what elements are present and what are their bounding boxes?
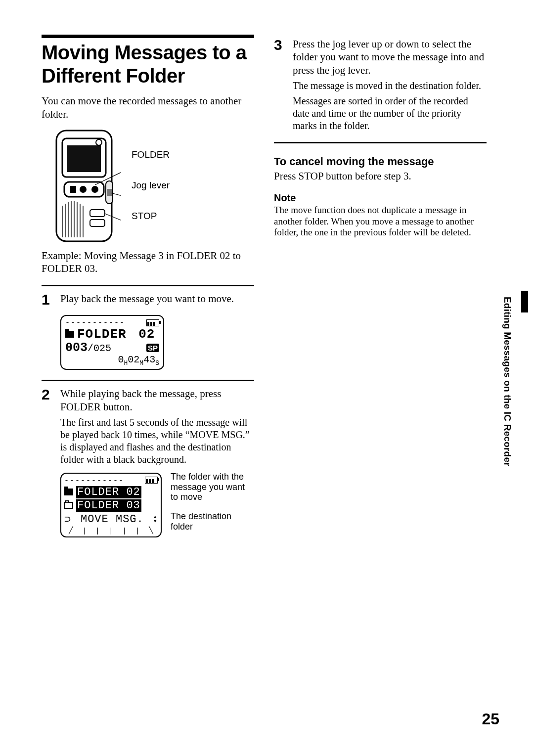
lcd-move-label: MOVE MSG. — [81, 513, 144, 526]
step-2: 2 While playing back the message, press … — [42, 387, 254, 466]
anno-source-folder: The folder with the message you want to … — [171, 472, 254, 502]
divider — [42, 380, 254, 381]
lcd-total: 025 — [93, 343, 111, 354]
step-subtext: The message is moved in the destination … — [293, 80, 487, 92]
up-down-icon: ▴▾ — [153, 515, 157, 525]
step-number: 1 — [42, 292, 53, 307]
lcd-folder-label: FOLDER — [77, 328, 127, 341]
section-tab: Editing Messages on the IC Recorder — [501, 297, 513, 494]
page-title: Moving Messages to a Different Folder — [42, 41, 254, 88]
lcd-screen-1: ----------- FOLDER 02 003/025 SP 0H02M43… — [60, 315, 164, 370]
cancel-heading: To cancel moving the message — [274, 155, 487, 168]
folder-outline-icon — [64, 502, 73, 509]
step-subtext: Messages are sorted in order of the reco… — [293, 95, 487, 132]
step-1: 1 Play back the message you want to move… — [42, 292, 254, 307]
lcd-dashes: ----------- — [65, 319, 125, 327]
lcd-folder-num: 02 — [138, 328, 155, 341]
step-text: Press the jog lever up or down to select… — [293, 38, 487, 77]
lcd2-annotations: The folder with the message you want to … — [171, 466, 254, 532]
lcd-mode-badge: SP — [146, 344, 159, 352]
divider — [274, 142, 487, 143]
step-subtext: The first and last 5 seconds of the mess… — [60, 416, 254, 466]
tab-label: Editing Messages on the IC Recorder — [502, 297, 513, 466]
title-rule — [42, 35, 254, 38]
svg-rect-18 — [90, 210, 105, 217]
device-label-folder: FOLDER — [132, 149, 170, 160]
step-number: 2 — [42, 387, 53, 466]
folder-icon — [64, 489, 73, 495]
lcd-row-dest: FOLDER 03 — [76, 499, 141, 512]
lcd-dashes: ----------- — [64, 477, 124, 485]
lcd-screen-2: ----------- FOLDER 02 FOLDER 03 ⊃ MOVE M… — [60, 473, 162, 537]
example-caption: Example: Moving Message 3 in FOLDER 02 t… — [42, 249, 254, 275]
lcd-msg: 003 — [65, 341, 88, 355]
folder-icon — [65, 331, 74, 338]
device-label-stop: STOP — [132, 211, 170, 222]
anno-dest-folder: The destination folder — [171, 511, 254, 532]
recorder-icon — [47, 128, 121, 245]
svg-point-6 — [80, 186, 87, 193]
svg-point-7 — [91, 186, 98, 193]
divider — [42, 285, 254, 286]
intro-text: You can move the recorded messages to an… — [42, 94, 254, 121]
lcd-ticks: ╱|||||╲ — [64, 527, 158, 535]
svg-rect-5 — [70, 186, 76, 193]
step-number: 3 — [274, 38, 286, 132]
note-body: The move function does not duplicate a m… — [274, 205, 487, 238]
battery-icon — [146, 319, 159, 326]
tab-marker — [521, 291, 528, 312]
step-text: While playing back the message, press FO… — [60, 387, 254, 413]
cancel-body: Press STOP button before step 3. — [274, 170, 487, 182]
note-heading: Note — [274, 192, 487, 204]
lcd-time: 0H02M43S — [65, 354, 159, 367]
left-column: Moving Messages to a Different Folder Yo… — [42, 35, 254, 537]
svg-rect-2 — [67, 145, 101, 172]
page-number: 25 — [482, 710, 499, 728]
device-label-jog: Jog lever — [132, 180, 170, 191]
right-column: 3 Press the jog lever up or down to sele… — [274, 35, 487, 537]
battery-icon — [145, 477, 158, 484]
step-3: 3 Press the jog lever up or down to sele… — [274, 38, 487, 132]
step-text: Play back the message you want to move. — [60, 292, 254, 307]
svg-rect-9 — [107, 189, 112, 196]
svg-rect-19 — [90, 220, 105, 226]
lcd-row-current: FOLDER 02 — [76, 486, 141, 498]
device-illustration: FOLDER Jog lever STOP — [47, 128, 254, 245]
